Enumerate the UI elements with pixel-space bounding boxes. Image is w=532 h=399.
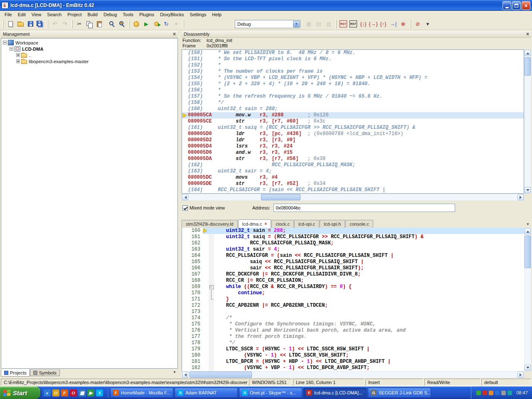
scroll-left-button[interactable] xyxy=(182,372,188,378)
outlook-icon[interactable]: O xyxy=(52,389,59,397)
editor-line[interactable]: 175 * Configure the Synchronous timings:… xyxy=(182,321,524,328)
scroll-right-button[interactable] xyxy=(517,194,524,200)
editor-line[interactable]: 166 sair << RCC_PLLSAICFGR_PLLSAIR_SHIFT… xyxy=(182,265,524,271)
disassembly-view[interactable]: (150) * We set PLLSAIDIVR to 8. 48 MHz /… xyxy=(182,49,524,194)
editor-line[interactable]: 163 uint32_t sair = 4; xyxy=(182,246,524,253)
editor-hscrollbar[interactable] xyxy=(182,371,524,378)
halt-target-icon[interactable]: RST xyxy=(349,20,358,29)
rebuild-icon[interactable]: ↻ xyxy=(162,20,171,29)
show-desktop-icon[interactable]: ▦ xyxy=(79,389,86,397)
run-to-cursor-icon[interactable]: →| xyxy=(389,20,398,29)
firefox-icon[interactable]: F xyxy=(61,389,68,397)
save-all-icon[interactable] xyxy=(36,20,45,29)
editor-line[interactable]: 173 xyxy=(182,309,524,315)
address-input[interactable] xyxy=(273,204,455,212)
disassembly-hscrollbar[interactable] xyxy=(182,194,524,201)
menu-item-tools[interactable]: Tools xyxy=(120,11,136,18)
toolbar-grip[interactable] xyxy=(183,20,184,28)
cut-icon[interactable]: ✂ xyxy=(75,20,84,29)
disasm-source-line[interactable]: (164) RCC_PLLSAICFGR = (sain << RCC_PLLS… xyxy=(182,187,524,193)
disasm-source-line[interactable]: (163) uint32_t sair = 4; xyxy=(182,168,524,175)
tree-expander-icon[interactable] xyxy=(16,59,20,63)
vscroll-thumb[interactable] xyxy=(525,236,531,268)
mixed-mode-checkbox[interactable] xyxy=(182,205,188,211)
menu-item-doxyblocks[interactable]: DoxyBlocks xyxy=(157,11,187,18)
build-and-run-icon[interactable] xyxy=(152,20,161,29)
toolbar-grip[interactable] xyxy=(335,20,337,28)
editor-line[interactable]: 167 RCC_DCKCFGR |= RCC_DCKCFGR_PLLSAIDIV… xyxy=(182,271,524,278)
tray-icon-5[interactable] xyxy=(501,391,506,395)
toolbar-grip[interactable] xyxy=(47,20,48,28)
editor-line[interactable]: 170 continue; xyxy=(182,290,524,296)
tree-expander-icon[interactable] xyxy=(16,53,20,57)
copy-icon[interactable] xyxy=(85,20,94,29)
disasm-asm-line[interactable]: 080005CA mov.w r3, #288 ; 0x120 xyxy=(182,112,524,118)
save-icon[interactable] xyxy=(26,20,35,29)
editor-tab-lcd-dma.c[interactable]: lcd-dma.c× xyxy=(238,219,271,228)
task-embitz-button[interactable]: Elcd-dma.c [LCD-DMA]... xyxy=(303,388,367,398)
run-icon[interactable]: ▶ xyxy=(142,20,151,29)
skype-icon[interactable]: S xyxy=(96,389,103,397)
editor-view[interactable]: 160 uint32_t sain = 288;161 uint32_t sai… xyxy=(182,228,524,371)
scroll-up-button[interactable] xyxy=(525,50,531,56)
editor-line[interactable]: 182 (VSYNC + VBP - 1) << LTDC_BPCR_AVBP_… xyxy=(182,365,524,371)
editor-line[interactable]: 181 LTDC_BPCR = (HSYNC + HBP - 1) << LTD… xyxy=(182,359,524,365)
start-button[interactable]: Start xyxy=(0,387,40,399)
disasm-source-line[interactable]: (154) * (VSYNC + VBP + LCD_HEIGHT + VFP)… xyxy=(182,75,524,81)
disasm-source-line[interactable]: (150) * We set PLLSAIDIVR to 8. 48 MHz /… xyxy=(182,50,524,56)
hscroll-thumb[interactable] xyxy=(190,372,252,378)
tree-expander-icon[interactable] xyxy=(10,47,13,51)
task-firefox-button[interactable]: FHomeMade - Mozilla F... xyxy=(110,388,173,398)
replace-icon[interactable] xyxy=(117,20,126,29)
internet-explorer-icon[interactable]: e xyxy=(44,389,51,397)
open-file-icon[interactable] xyxy=(16,20,25,29)
editor-line[interactable]: 174 /* xyxy=(182,315,524,321)
disasm-source-line[interactable]: (156) * xyxy=(182,87,524,94)
tab-close-icon[interactable]: × xyxy=(264,222,267,226)
tree-expander-icon[interactable] xyxy=(3,41,7,44)
editor-line[interactable]: 179 LTDC_SSCR = (HSYNC - 1) << LTDC_SSCR… xyxy=(182,346,524,352)
editor-tab-lcd-spi.c[interactable]: lcd-spi.c xyxy=(294,220,319,228)
disasm-source-line[interactable]: (161) uint32_t saiq = (RCC_PLLSAICFGR >>… xyxy=(182,125,524,131)
media-player-icon[interactable]: ▶ xyxy=(87,389,94,397)
menu-item-edit[interactable]: Edit xyxy=(15,11,29,18)
editor-line[interactable]: 160 uint32_t sain = 288; xyxy=(182,228,524,234)
disasm-asm-line[interactable]: 080005DC movs r3, #4 xyxy=(182,175,524,181)
menu-item-debug[interactable]: Debug xyxy=(101,11,120,18)
editor-line[interactable]: 162 RCC_PLLSAICFGR_PLLSAIQ_MASK; xyxy=(182,240,524,246)
disasm-source-line[interactable]: (153) * The number of clocks per frame i… xyxy=(182,69,524,75)
menu-item-view[interactable]: View xyxy=(29,11,44,18)
toolbar-grip[interactable] xyxy=(410,20,411,28)
tree-item[interactable]: LCD-DMA xyxy=(1,46,177,52)
toolbar-overflow-icon[interactable]: ▾ xyxy=(423,20,432,29)
disassembly-vscrollbar[interactable] xyxy=(524,49,531,194)
opera-icon[interactable]: O xyxy=(70,389,77,397)
disasm-asm-line[interactable]: 080005D6 and.w r3, r3, #15 xyxy=(182,150,524,156)
menu-item-search[interactable]: Search xyxy=(44,11,64,18)
tree-item[interactable]: .. xyxy=(1,52,177,58)
close-button[interactable]: × xyxy=(522,1,530,10)
tray-icon-4[interactable] xyxy=(495,391,500,395)
editor-tab-clock.c[interactable]: clock.c xyxy=(271,220,294,228)
tabs-overflow-icon[interactable]: ▼ xyxy=(171,369,178,375)
disasm-source-line[interactable]: (162) RCC_PLLSAICFGR_PLLSAIQ_MASK; xyxy=(182,162,524,168)
tabs-overflow-icon[interactable]: ▼ xyxy=(526,222,531,226)
toolbar-grip[interactable] xyxy=(2,20,4,28)
disasm-source-line[interactable]: (155) * (2 + 2 + 320 + 4) * (10 + 20 + 2… xyxy=(182,81,524,87)
task-skype-button[interactable]: SOnet.pl - Skype™ - s... xyxy=(239,388,302,398)
disasm-asm-line[interactable]: 080005D2 ldr r3, [r3, #0] xyxy=(182,137,524,143)
editor-tab-console.c[interactable]: console.c xyxy=(345,220,373,228)
management-tab-symbols[interactable]: Symbols xyxy=(30,369,60,376)
step-into-icon[interactable]: {↓} xyxy=(359,20,368,29)
minimize-button[interactable] xyxy=(502,1,511,10)
editor-line[interactable]: 177 * the front porch timings. xyxy=(182,334,524,340)
scroll-down-button[interactable] xyxy=(525,187,531,193)
tray-icon-3[interactable] xyxy=(489,391,493,395)
disassembly-close-icon[interactable]: × xyxy=(526,32,529,37)
editor-tab-stm32f429i-discovery.ld[interactable]: stm32f429i-discovery.ld xyxy=(182,220,238,228)
disasm-asm-line[interactable]: 080005CE str r3, [r7, #60] ; 0x3c xyxy=(182,118,524,125)
menu-item-plugins[interactable]: Plugins xyxy=(136,11,157,18)
horizontal-splitter[interactable] xyxy=(181,214,532,219)
vertical-splitter[interactable] xyxy=(179,30,181,378)
disasm-source-line[interactable]: (152) * xyxy=(182,62,524,69)
